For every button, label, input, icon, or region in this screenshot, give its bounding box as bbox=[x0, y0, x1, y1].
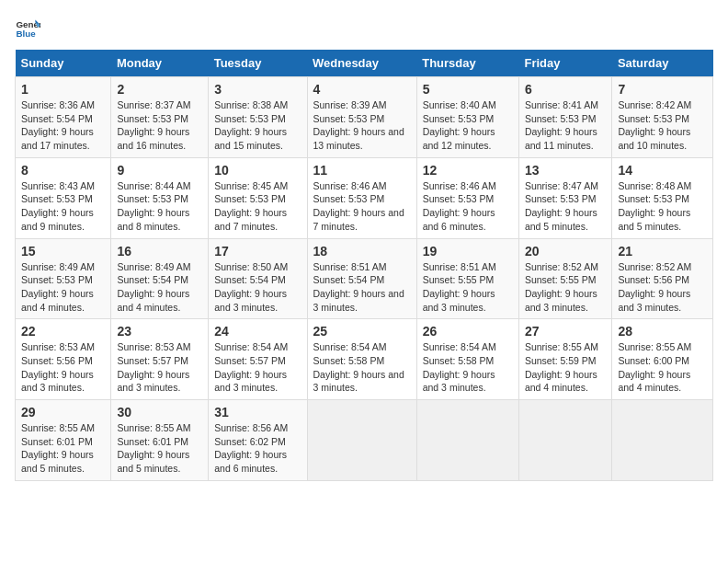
calendar-cell: 21 Sunrise: 8:52 AM Sunset: 5:56 PM Dayl… bbox=[612, 238, 713, 319]
day-number: 14 bbox=[618, 163, 707, 178]
calendar-week-4: 22 Sunrise: 8:53 AM Sunset: 5:56 PM Dayl… bbox=[16, 319, 713, 400]
calendar-cell bbox=[518, 400, 611, 481]
calendar-cell: 14 Sunrise: 8:48 AM Sunset: 5:53 PM Dayl… bbox=[612, 157, 713, 238]
day-number: 4 bbox=[313, 82, 411, 97]
calendar-cell: 31 Sunrise: 8:56 AM Sunset: 6:02 PM Dayl… bbox=[209, 400, 307, 481]
day-info: Sunrise: 8:51 AM Sunset: 5:54 PM Dayligh… bbox=[313, 260, 411, 315]
day-number: 30 bbox=[117, 405, 202, 419]
day-info: Sunrise: 8:45 AM Sunset: 5:53 PM Dayligh… bbox=[214, 179, 301, 234]
day-info: Sunrise: 8:38 AM Sunset: 5:53 PM Dayligh… bbox=[214, 98, 301, 153]
day-number: 1 bbox=[21, 82, 105, 97]
day-info: Sunrise: 8:51 AM Sunset: 5:55 PM Dayligh… bbox=[423, 260, 513, 315]
day-info: Sunrise: 8:46 AM Sunset: 5:53 PM Dayligh… bbox=[423, 179, 513, 234]
col-header-monday: Monday bbox=[111, 50, 209, 77]
logo-icon: General Blue bbox=[15, 15, 40, 40]
calendar-cell: 10 Sunrise: 8:45 AM Sunset: 5:53 PM Dayl… bbox=[209, 157, 307, 238]
calendar-cell: 24 Sunrise: 8:54 AM Sunset: 5:57 PM Dayl… bbox=[209, 319, 307, 400]
day-info: Sunrise: 8:54 AM Sunset: 5:58 PM Dayligh… bbox=[423, 340, 513, 395]
day-number: 31 bbox=[214, 405, 301, 419]
day-number: 24 bbox=[214, 324, 301, 339]
day-info: Sunrise: 8:55 AM Sunset: 6:01 PM Dayligh… bbox=[21, 421, 105, 476]
day-info: Sunrise: 8:36 AM Sunset: 5:54 PM Dayligh… bbox=[21, 98, 105, 153]
day-number: 20 bbox=[525, 244, 606, 259]
calendar-cell bbox=[416, 400, 518, 481]
calendar-cell: 28 Sunrise: 8:55 AM Sunset: 6:00 PM Dayl… bbox=[612, 319, 713, 400]
calendar-cell: 16 Sunrise: 8:49 AM Sunset: 5:54 PM Dayl… bbox=[111, 238, 209, 319]
day-info: Sunrise: 8:55 AM Sunset: 5:59 PM Dayligh… bbox=[525, 340, 606, 395]
calendar-cell: 18 Sunrise: 8:51 AM Sunset: 5:54 PM Dayl… bbox=[307, 238, 416, 319]
day-number: 27 bbox=[525, 324, 606, 339]
col-header-saturday: Saturday bbox=[612, 50, 713, 77]
svg-text:Blue: Blue bbox=[16, 29, 36, 39]
day-number: 12 bbox=[423, 163, 513, 178]
day-info: Sunrise: 8:54 AM Sunset: 5:57 PM Dayligh… bbox=[214, 340, 301, 395]
day-info: Sunrise: 8:54 AM Sunset: 5:58 PM Dayligh… bbox=[313, 340, 411, 395]
calendar-table: SundayMondayTuesdayWednesdayThursdayFrid… bbox=[15, 50, 713, 481]
calendar-cell: 20 Sunrise: 8:52 AM Sunset: 5:55 PM Dayl… bbox=[518, 238, 611, 319]
day-info: Sunrise: 8:37 AM Sunset: 5:53 PM Dayligh… bbox=[117, 98, 202, 153]
col-header-wednesday: Wednesday bbox=[307, 50, 416, 77]
day-number: 21 bbox=[618, 244, 707, 259]
day-number: 22 bbox=[21, 324, 105, 339]
day-number: 8 bbox=[21, 163, 105, 178]
day-number: 6 bbox=[525, 82, 606, 97]
day-number: 9 bbox=[117, 163, 202, 178]
day-number: 23 bbox=[117, 324, 202, 339]
day-info: Sunrise: 8:53 AM Sunset: 5:56 PM Dayligh… bbox=[21, 340, 105, 395]
calendar-week-5: 29 Sunrise: 8:55 AM Sunset: 6:01 PM Dayl… bbox=[16, 400, 713, 481]
day-number: 26 bbox=[423, 324, 513, 339]
calendar-week-1: 1 Sunrise: 8:36 AM Sunset: 5:54 PM Dayli… bbox=[16, 77, 713, 158]
day-number: 19 bbox=[423, 244, 513, 259]
calendar-cell: 9 Sunrise: 8:44 AM Sunset: 5:53 PM Dayli… bbox=[111, 157, 209, 238]
day-info: Sunrise: 8:49 AM Sunset: 5:54 PM Dayligh… bbox=[117, 260, 202, 315]
calendar-cell: 8 Sunrise: 8:43 AM Sunset: 5:53 PM Dayli… bbox=[16, 157, 111, 238]
day-number: 17 bbox=[214, 244, 301, 259]
day-info: Sunrise: 8:52 AM Sunset: 5:55 PM Dayligh… bbox=[525, 260, 606, 315]
calendar-cell: 22 Sunrise: 8:53 AM Sunset: 5:56 PM Dayl… bbox=[16, 319, 111, 400]
day-info: Sunrise: 8:53 AM Sunset: 5:57 PM Dayligh… bbox=[117, 340, 202, 395]
calendar-cell bbox=[307, 400, 416, 481]
day-number: 29 bbox=[21, 405, 105, 419]
day-info: Sunrise: 8:46 AM Sunset: 5:53 PM Dayligh… bbox=[313, 179, 411, 234]
calendar-cell: 2 Sunrise: 8:37 AM Sunset: 5:53 PM Dayli… bbox=[111, 77, 209, 158]
calendar-week-3: 15 Sunrise: 8:49 AM Sunset: 5:53 PM Dayl… bbox=[16, 238, 713, 319]
day-info: Sunrise: 8:55 AM Sunset: 6:01 PM Dayligh… bbox=[117, 421, 202, 476]
day-info: Sunrise: 8:39 AM Sunset: 5:53 PM Dayligh… bbox=[313, 98, 411, 153]
day-info: Sunrise: 8:48 AM Sunset: 5:53 PM Dayligh… bbox=[618, 179, 707, 234]
day-info: Sunrise: 8:43 AM Sunset: 5:53 PM Dayligh… bbox=[21, 179, 105, 234]
day-info: Sunrise: 8:50 AM Sunset: 5:54 PM Dayligh… bbox=[214, 260, 301, 315]
calendar-cell: 4 Sunrise: 8:39 AM Sunset: 5:53 PM Dayli… bbox=[307, 77, 416, 158]
day-number: 2 bbox=[117, 82, 202, 97]
calendar-cell: 30 Sunrise: 8:55 AM Sunset: 6:01 PM Dayl… bbox=[111, 400, 209, 481]
day-number: 16 bbox=[117, 244, 202, 259]
calendar-cell: 19 Sunrise: 8:51 AM Sunset: 5:55 PM Dayl… bbox=[416, 238, 518, 319]
day-info: Sunrise: 8:49 AM Sunset: 5:53 PM Dayligh… bbox=[21, 260, 105, 315]
day-info: Sunrise: 8:42 AM Sunset: 5:53 PM Dayligh… bbox=[618, 98, 707, 153]
logo: General Blue bbox=[15, 15, 44, 40]
day-number: 5 bbox=[423, 82, 513, 97]
day-info: Sunrise: 8:55 AM Sunset: 6:00 PM Dayligh… bbox=[618, 340, 707, 395]
day-info: Sunrise: 8:44 AM Sunset: 5:53 PM Dayligh… bbox=[117, 179, 202, 234]
day-info: Sunrise: 8:52 AM Sunset: 5:56 PM Dayligh… bbox=[618, 260, 707, 315]
calendar-cell: 1 Sunrise: 8:36 AM Sunset: 5:54 PM Dayli… bbox=[16, 77, 111, 158]
calendar-cell: 13 Sunrise: 8:47 AM Sunset: 5:53 PM Dayl… bbox=[518, 157, 611, 238]
day-number: 11 bbox=[313, 163, 411, 178]
calendar-cell: 3 Sunrise: 8:38 AM Sunset: 5:53 PM Dayli… bbox=[209, 77, 307, 158]
day-number: 7 bbox=[618, 82, 707, 97]
col-header-friday: Friday bbox=[518, 50, 611, 77]
calendar-cell: 7 Sunrise: 8:42 AM Sunset: 5:53 PM Dayli… bbox=[612, 77, 713, 158]
day-info: Sunrise: 8:41 AM Sunset: 5:53 PM Dayligh… bbox=[525, 98, 606, 153]
day-number: 3 bbox=[214, 82, 301, 97]
day-number: 25 bbox=[313, 324, 411, 339]
day-number: 15 bbox=[21, 244, 105, 259]
calendar-cell: 6 Sunrise: 8:41 AM Sunset: 5:53 PM Dayli… bbox=[518, 77, 611, 158]
calendar-cell: 26 Sunrise: 8:54 AM Sunset: 5:58 PM Dayl… bbox=[416, 319, 518, 400]
col-header-tuesday: Tuesday bbox=[209, 50, 307, 77]
day-number: 18 bbox=[313, 244, 411, 259]
calendar-cell: 23 Sunrise: 8:53 AM Sunset: 5:57 PM Dayl… bbox=[111, 319, 209, 400]
calendar-cell: 25 Sunrise: 8:54 AM Sunset: 5:58 PM Dayl… bbox=[307, 319, 416, 400]
col-header-thursday: Thursday bbox=[416, 50, 518, 77]
day-number: 13 bbox=[525, 163, 606, 178]
col-header-sunday: Sunday bbox=[16, 50, 111, 77]
day-number: 10 bbox=[214, 163, 301, 178]
